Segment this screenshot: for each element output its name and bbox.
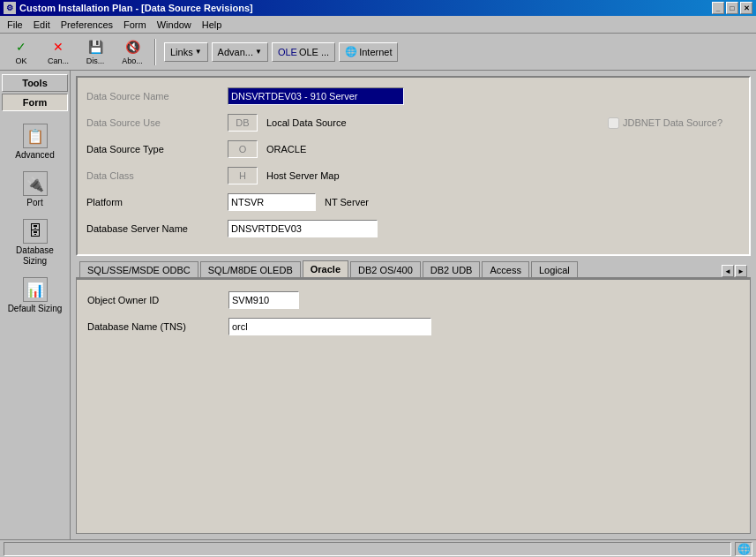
sidebar-tab-form[interactable]: Form: [2, 94, 68, 111]
title-controls: _ □ ✕: [712, 2, 752, 14]
db-name-tns-input[interactable]: [228, 318, 431, 335]
sidebar-item-advanced[interactable]: 📋 Advanced: [4, 120, 66, 164]
status-panel-main: [4, 542, 731, 556]
links-arrow-icon: ▼: [195, 48, 202, 56]
sidebar-item-database-sizing[interactable]: 🗄 Database Sizing: [4, 215, 66, 270]
tab-scroll-right-button[interactable]: ►: [735, 265, 747, 277]
tab-db2-udb[interactable]: DB2 UDB: [423, 261, 481, 278]
platform-value: NT Server: [228, 193, 369, 211]
oracle-tab-content: Object Owner ID Database Name (TNS): [76, 279, 751, 534]
platform-input[interactable]: [228, 193, 316, 211]
datasource-use-code: DB: [228, 114, 258, 132]
database-sizing-icon: 🗄: [23, 219, 48, 244]
tab-scroll-left-button[interactable]: ◄: [722, 265, 734, 277]
sidebar-item-port[interactable]: 🔌 Port: [4, 168, 66, 212]
sidebar-tabs: Tools Form: [2, 74, 68, 111]
link-buttons: Links ▼ Advan... ▼ OLE OLE ... 🌐 Interne…: [164, 42, 398, 62]
toolbar-main-buttons: ✓ OK ✕ Can... 💾 Dis... 🔇 Abo...: [4, 36, 150, 68]
menu-help[interactable]: Help: [197, 18, 228, 32]
form-panel: Data Source Name Data Source Use DB Loca…: [76, 76, 751, 256]
jdbnet-checkbox-group: JDBNET Data Source?: [608, 117, 722, 129]
ole-icon: OLE: [278, 47, 297, 57]
form-row-db-server-name: Database Server Name: [86, 219, 740, 238]
jdbnet-label: JDBNET Data Source?: [623, 117, 722, 128]
oracle-row-owner-id: Object Owner ID: [87, 290, 739, 310]
label-platform: Platform: [86, 197, 228, 207]
cancel-label: Can...: [48, 56, 69, 65]
jdbnet-checkbox[interactable]: [608, 117, 619, 129]
db-server-name-value: [228, 220, 378, 237]
tab-oracle[interactable]: Oracle: [303, 260, 348, 278]
ole-label: OLE ...: [299, 47, 329, 57]
tab-logical[interactable]: Logical: [531, 261, 578, 278]
advan-label: Advan...: [218, 47, 253, 57]
oracle-row-db-name: Database Name (TNS): [87, 317, 739, 336]
ok-button[interactable]: ✓ OK: [4, 36, 39, 68]
about-icon: 🔇: [124, 39, 141, 56]
tab-strip: SQL/SSE/MSDE ODBC SQL/M8DE OLEDB Oracle …: [76, 260, 751, 279]
sidebar-label-advanced: Advanced: [15, 150, 54, 161]
ole-button[interactable]: OLE OLE ...: [272, 42, 335, 62]
sidebar-label-database-sizing: Database Sizing: [8, 245, 63, 267]
tab-scrollers: ◄ ►: [722, 265, 747, 277]
ok-label: OK: [15, 56, 26, 65]
label-datasource-name: Data Source Name: [86, 91, 228, 102]
sidebar-tab-tools[interactable]: Tools: [2, 74, 68, 92]
cancel-button[interactable]: ✕ Can...: [41, 36, 76, 68]
label-db-server-name: Database Server Name: [86, 223, 228, 234]
menu-form[interactable]: Form: [118, 18, 152, 32]
display-button[interactable]: 💾 Dis...: [78, 36, 113, 68]
advanced-icon: 📋: [23, 124, 48, 148]
main-container: Tools Form 📋 Advanced 🔌 Port 🗄 Database …: [0, 71, 756, 539]
form-row-platform: Platform NT Server: [86, 192, 740, 212]
links-label: Links: [170, 47, 193, 57]
form-row-datasource-use: Data Source Use DB Local Data Source JDB…: [86, 113, 740, 132]
datasource-name-input[interactable]: [228, 87, 404, 105]
tab-access[interactable]: Access: [482, 261, 528, 278]
internet-button[interactable]: 🌐 Internet: [339, 42, 398, 62]
links-button[interactable]: Links ▼: [164, 42, 208, 62]
db-server-name-input[interactable]: [228, 220, 378, 237]
datasource-type-code: O: [228, 140, 258, 158]
label-owner-id: Object Owner ID: [87, 295, 228, 305]
datasource-type-text: ORACLE: [266, 144, 306, 154]
datasource-use-value: DB Local Data Source: [228, 114, 347, 132]
maximize-button[interactable]: □: [726, 2, 738, 14]
internet-icon: 🌐: [345, 46, 357, 57]
close-button[interactable]: ✕: [740, 2, 752, 14]
sidebar-label-default-sizing: Default Sizing: [8, 304, 63, 314]
window-title: Custom Installation Plan - [Data Source …: [19, 3, 253, 13]
status-globe: 🌐: [735, 542, 752, 556]
sidebar-item-default-sizing[interactable]: 📊 Default Sizing: [4, 274, 66, 318]
menu-preferences[interactable]: Preferences: [56, 18, 118, 32]
label-datasource-type: Data Source Type: [86, 144, 228, 154]
menu-edit[interactable]: Edit: [28, 18, 56, 32]
port-icon: 🔌: [23, 171, 48, 196]
cancel-icon: ✕: [49, 39, 67, 56]
form-row-datasource-name: Data Source Name: [86, 87, 740, 106]
advan-button[interactable]: Advan... ▼: [212, 42, 268, 62]
internet-label: Internet: [359, 47, 392, 57]
content-area: Data Source Name Data Source Use DB Loca…: [71, 71, 756, 539]
tab-sql-sse[interactable]: SQL/SSE/MSDE ODBC: [79, 261, 198, 278]
label-db-name-tns: Database Name (TNS): [87, 321, 228, 332]
owner-id-value: [228, 291, 299, 309]
platform-text: NT Server: [325, 197, 369, 207]
datasource-type-value: O ORACLE: [228, 140, 306, 158]
display-icon: 💾: [86, 39, 104, 56]
advan-arrow-icon: ▼: [255, 48, 262, 56]
data-class-value: H Host Server Map: [228, 167, 340, 184]
tab-sql-m8de[interactable]: SQL/M8DE OLEDB: [200, 261, 301, 278]
status-bar: 🌐: [0, 539, 756, 557]
db-name-tns-value: [228, 318, 431, 335]
minimize-button[interactable]: _: [712, 2, 724, 14]
menu-file[interactable]: File: [2, 18, 28, 32]
toolbar-separator: [154, 39, 156, 65]
about-button[interactable]: 🔇 Abo...: [115, 36, 150, 68]
datasource-name-value: [228, 87, 404, 105]
tab-db2-os400[interactable]: DB2 OS/400: [350, 261, 421, 278]
menu-window[interactable]: Window: [152, 18, 197, 32]
owner-id-input[interactable]: [228, 291, 299, 309]
data-class-text: Host Server Map: [266, 170, 340, 181]
sidebar: Tools Form 📋 Advanced 🔌 Port 🗄 Database …: [0, 71, 71, 539]
